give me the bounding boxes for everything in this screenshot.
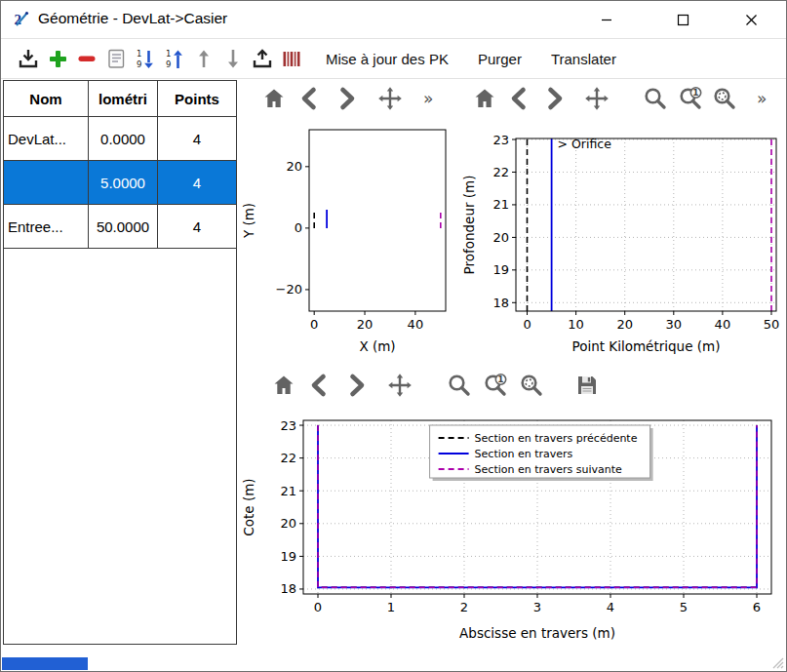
pan-button[interactable] — [386, 372, 413, 399]
svg-text:40: 40 — [715, 317, 731, 332]
translate-button[interactable]: Translater — [551, 51, 616, 67]
zoom-fit-button[interactable] — [712, 85, 739, 112]
move-up-button[interactable] — [189, 44, 218, 73]
update-pk-button[interactable]: Mise à jour des PK — [326, 51, 449, 67]
plan-chart[interactable]: 02040−20020X (m)Y (m) — [239, 118, 457, 358]
svg-text:−20: −20 — [276, 282, 302, 296]
forward-button[interactable] — [541, 85, 569, 112]
svg-text:18: 18 — [280, 581, 296, 596]
export-button[interactable] — [248, 44, 277, 73]
plan-view-panel: » 02040−20020X (m)Y (m) — [239, 79, 457, 358]
zoom-one-button[interactable]: 1 — [482, 372, 509, 399]
pan-button[interactable] — [583, 85, 610, 112]
svg-text:Section en travers suivante: Section en travers suivante — [475, 463, 622, 476]
main-toolbar: 1919 Mise à jour des PK Purger Translate… — [1, 38, 786, 79]
profile-chart[interactable]: 01020304050181920212223Point Kilométriqu… — [459, 118, 787, 358]
back-button[interactable] — [306, 372, 334, 399]
home-button[interactable] — [260, 85, 288, 112]
zoom-button[interactable] — [446, 372, 473, 399]
plan-plot-toolbar: » — [239, 79, 457, 118]
close-button[interactable] — [730, 1, 771, 38]
pan-icon — [387, 373, 413, 398]
minimize-icon — [601, 14, 612, 25]
cell-nom[interactable]: DevLat... — [4, 117, 89, 160]
move-down-icon — [221, 47, 245, 70]
pan-icon — [584, 86, 610, 111]
svg-text:23: 23 — [492, 133, 509, 147]
svg-text:1: 1 — [166, 49, 171, 59]
save-button[interactable] — [573, 372, 601, 399]
edit-list-button[interactable] — [101, 44, 131, 73]
edit-list-icon — [104, 47, 128, 70]
svg-text:50: 50 — [764, 317, 780, 332]
cell-points[interactable]: 4 — [158, 117, 236, 160]
back-button[interactable] — [296, 85, 324, 112]
maximize-button[interactable] — [662, 1, 703, 38]
svg-text:20: 20 — [280, 516, 296, 531]
cell-pk[interactable]: 0.0000 — [89, 117, 158, 160]
section-chart[interactable]: 0123456181920212223Abscisse en travers (… — [239, 411, 787, 645]
svg-text:0: 0 — [295, 220, 302, 235]
window-title: Géométrie - DevLat->Casier — [38, 10, 227, 27]
sort-descending-button[interactable]: 19 — [131, 44, 160, 73]
forward-button[interactable] — [342, 372, 370, 399]
sections-button[interactable] — [277, 44, 306, 73]
back-button[interactable] — [506, 85, 533, 112]
table-header: Nom lométri Points — [4, 81, 236, 117]
column-header-nom[interactable]: Nom — [4, 81, 89, 116]
cell-points[interactable]: 4 — [158, 161, 236, 204]
sort-ascending-button[interactable]: 19 — [160, 44, 189, 73]
purge-button[interactable]: Purger — [478, 51, 522, 67]
svg-text:23: 23 — [280, 418, 296, 433]
home-button[interactable] — [471, 85, 498, 112]
remove-button[interactable] — [72, 44, 101, 73]
cell-pk[interactable]: 5.0000 — [89, 161, 158, 204]
minimize-button[interactable] — [586, 1, 627, 38]
svg-text:> Orifice: > Orifice — [558, 137, 612, 151]
column-header-pk[interactable]: lométri — [89, 81, 158, 116]
svg-text:0: 0 — [314, 600, 322, 614]
cell-nom[interactable]: Entree... — [4, 205, 89, 248]
svg-text:9: 9 — [137, 59, 141, 69]
table-row[interactable]: DevLat... 0.0000 4 — [4, 117, 236, 161]
svg-text:»: » — [423, 89, 433, 108]
home-button[interactable] — [270, 372, 297, 399]
overflow-button[interactable]: » — [418, 85, 446, 112]
title-bar[interactable]: 2 Géométrie - DevLat->Casier — [1, 1, 786, 38]
resize-grip[interactable] — [770, 655, 784, 669]
svg-text:5: 5 — [680, 600, 688, 614]
forward-button[interactable] — [333, 85, 360, 112]
cell-points[interactable]: 4 — [158, 205, 236, 248]
svg-text:Abscisse en travers (m): Abscisse en travers (m) — [459, 625, 615, 641]
zoom-icon — [643, 86, 668, 111]
back-icon — [307, 373, 333, 398]
forward-icon — [541, 86, 567, 111]
toolbar-text-actions: Mise à jour des PK Purger Translater — [326, 51, 646, 67]
zoom-fit-button[interactable] — [518, 372, 545, 399]
taskbar-fragment — [2, 657, 88, 670]
home-icon — [271, 373, 296, 398]
pan-button[interactable] — [376, 85, 404, 112]
svg-text:9: 9 — [166, 59, 171, 69]
svg-text:19: 19 — [492, 262, 509, 277]
move-down-button[interactable] — [218, 44, 248, 73]
add-button[interactable] — [43, 44, 72, 73]
cell-pk[interactable]: 50.0000 — [89, 205, 158, 248]
column-header-points[interactable]: Points — [158, 81, 236, 116]
zoom-fit-icon — [712, 86, 737, 111]
svg-text:6: 6 — [753, 600, 761, 614]
import-button[interactable] — [14, 44, 43, 73]
svg-text:2: 2 — [460, 600, 468, 614]
zoom-one-button[interactable]: 1 — [677, 85, 704, 112]
cell-nom[interactable] — [4, 161, 89, 204]
zoom-one-icon: 1 — [678, 86, 703, 111]
zoom-button[interactable] — [642, 85, 669, 112]
table-row-selected[interactable]: 5.0000 4 — [4, 161, 236, 205]
sections-table: Nom lométri Points DevLat... 0.0000 4 5.… — [3, 80, 237, 645]
overflow-button[interactable]: » — [752, 85, 779, 112]
home-icon — [472, 86, 497, 111]
table-row[interactable]: Entree... 50.0000 4 — [4, 205, 236, 249]
export-icon — [251, 47, 274, 70]
svg-text:Point Kilométrique (m): Point Kilométrique (m) — [572, 338, 721, 354]
close-icon — [745, 14, 758, 26]
